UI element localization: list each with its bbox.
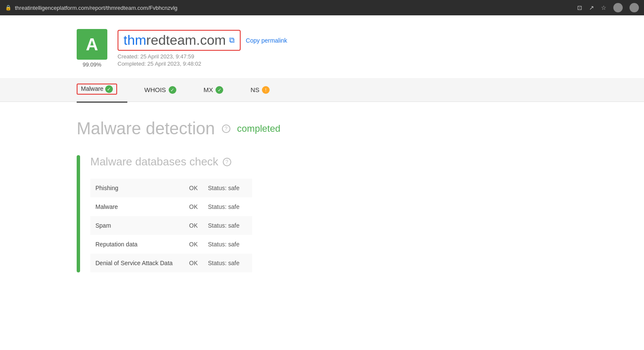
whois-check-icon: ✓ [169, 86, 176, 94]
row-result: OK [184, 197, 203, 216]
row-name: Malware [90, 197, 184, 216]
user-avatar[interactable] [613, 3, 623, 12]
screenshot-icon[interactable]: ⊡ [577, 4, 582, 11]
timestamps: Created: 25 April 2023, 9:47:59 Complete… [118, 53, 287, 67]
whois-tab-text: WHOIS [144, 86, 166, 93]
table-row: Malware OK Status: safe [90, 197, 252, 216]
table-row: Denial of Service Attack Data OK Status:… [90, 254, 252, 272]
table-row: Spam OK Status: safe [90, 216, 252, 235]
domain-prefix: thm [124, 32, 146, 48]
domain-box: thmredteam.com ⧉ [118, 30, 241, 51]
malware-check-icon: ✓ [105, 85, 113, 93]
row-status: Status: safe [203, 216, 252, 235]
ns-tab-text: NS [250, 86, 259, 93]
check-section: Malware databases check ? Phishing OK St… [77, 155, 567, 272]
header-section: A 99.09% thmredteam.com ⧉ Copy permalink… [0, 15, 644, 78]
section-title: Malware detection [77, 119, 215, 138]
lock-icon: 🔒 [5, 5, 12, 11]
section-info-icon[interactable]: ? [222, 124, 230, 133]
nav-tabs: Malware ✓ WHOIS ✓ MX ✓ NS ! [0, 78, 644, 102]
browser-chrome: 🔒 threatintelligenceplatform.com/report/… [0, 0, 644, 15]
row-status: Status: safe [203, 197, 252, 216]
row-status: Status: safe [203, 235, 252, 254]
external-link-icon[interactable]: ⧉ [229, 36, 235, 45]
completed-timestamp: Completed: 25 April 2023, 9:48:02 [118, 61, 287, 67]
main-content: Malware detection ? completed Malware da… [0, 102, 644, 289]
profile-avatar[interactable] [630, 3, 639, 12]
url-bar[interactable]: threatintelligenceplatform.com/report/th… [15, 5, 574, 11]
star-icon[interactable]: ☆ [601, 4, 607, 11]
browser-actions: ⊡ ↗ ☆ [577, 3, 639, 12]
table-row: Phishing OK Status: safe [90, 179, 252, 197]
page-content: A 99.09% thmredteam.com ⧉ Copy permalink… [0, 15, 644, 289]
created-timestamp: Created: 25 April 2023, 9:47:59 [118, 53, 287, 60]
row-status: Status: safe [203, 254, 252, 272]
domain-suffix: redteam.com [146, 32, 226, 48]
check-info-icon[interactable]: ? [223, 158, 231, 166]
section-status: completed [237, 123, 281, 134]
row-result: OK [184, 179, 203, 197]
grade-letter: A [86, 35, 98, 54]
row-name: Phishing [90, 179, 184, 197]
ns-warn-icon: ! [262, 86, 270, 94]
malware-tab-label[interactable]: Malware ✓ [77, 84, 117, 95]
check-title: Malware databases check ? [90, 155, 567, 168]
section-header: Malware detection ? completed [77, 119, 567, 138]
tab-malware[interactable]: Malware ✓ [77, 77, 127, 103]
grade-badge: A [77, 29, 107, 60]
tab-ns[interactable]: NS ! [250, 79, 280, 101]
copy-permalink-link[interactable]: Copy permalink [246, 37, 287, 44]
green-bar [77, 155, 80, 272]
check-title-text: Malware databases check [90, 155, 218, 168]
domain-info: thmredteam.com ⧉ Copy permalink Created:… [118, 30, 287, 67]
row-result: OK [184, 235, 203, 254]
row-name: Denial of Service Attack Data [90, 254, 184, 272]
table-row: Reputation data OK Status: safe [90, 235, 252, 254]
row-name: Reputation data [90, 235, 184, 254]
row-name: Spam [90, 216, 184, 235]
row-result: OK [184, 216, 203, 235]
check-table: Phishing OK Status: safe Malware OK Stat… [90, 179, 252, 272]
domain-name: thmredteam.com [124, 32, 226, 48]
grade-percent: 99.09% [77, 61, 107, 68]
row-status: Status: safe [203, 179, 252, 197]
grade-container: A 99.09% [77, 29, 107, 68]
domain-name-row: thmredteam.com ⧉ Copy permalink [118, 30, 287, 51]
mx-check-icon: ✓ [216, 86, 223, 94]
mx-tab-text: MX [204, 86, 213, 93]
share-icon[interactable]: ↗ [589, 4, 594, 11]
tab-mx[interactable]: MX ✓ [204, 79, 234, 101]
check-content: Malware databases check ? Phishing OK St… [90, 155, 567, 272]
tab-whois[interactable]: WHOIS ✓ [144, 79, 187, 101]
malware-tab-text: Malware [81, 85, 104, 92]
row-result: OK [184, 254, 203, 272]
